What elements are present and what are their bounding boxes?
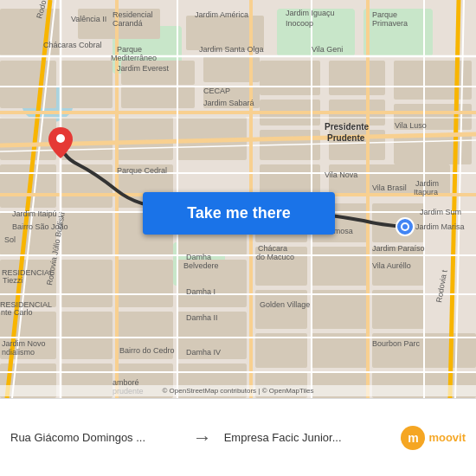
svg-text:Chácaras Cobral: Chácaras Cobral (43, 41, 102, 49)
svg-rect-31 (61, 212, 113, 255)
svg-rect-14 (329, 61, 385, 95)
svg-text:Jardim: Jardim (415, 179, 439, 188)
svg-text:Damha IV: Damha IV (186, 348, 221, 357)
svg-rect-55 (312, 247, 368, 286)
map-container: Rodovia Júlio Valência II Chácaras Cobra… (0, 0, 476, 398)
svg-text:Damha II: Damha II (186, 313, 218, 322)
moovit-logo: m moovit (401, 426, 466, 450)
svg-text:do Macuco: do Macuco (256, 253, 294, 261)
from-section: Rua Giácomo Domingos ... (10, 431, 181, 444)
svg-text:Bourbon Parc: Bourbon Parc (372, 339, 421, 348)
from-value: Rua Giácomo Domingos ... (10, 431, 181, 444)
svg-point-92 (56, 134, 65, 143)
map-attribution: © OpenStreetMap contributors | © OpenMap… (0, 385, 476, 396)
app: Rodovia Júlio Valência II Chácaras Cobra… (0, 0, 476, 476)
svg-text:Jardim Itaipú: Jardim Itaipú (12, 209, 57, 218)
svg-text:Vila Auréllo: Vila Auréllo (372, 261, 411, 270)
moovit-text: moovit (428, 431, 466, 444)
svg-text:Chácara: Chácara (258, 244, 287, 253)
svg-rect-38 (117, 117, 173, 160)
svg-text:Vila Geni: Vila Geni (312, 45, 343, 54)
svg-text:Parque: Parque (372, 10, 397, 19)
svg-text:Itapura: Itapura (414, 188, 438, 196)
svg-text:Tiezzi: Tiezzi (3, 276, 23, 285)
svg-text:Prudente: Prudente (327, 133, 365, 143)
svg-point-90 (402, 224, 408, 229)
svg-text:Jardim Sum: Jardim Sum (420, 208, 461, 216)
svg-rect-26 (0, 117, 56, 160)
svg-text:Jardim Paraíso: Jardim Paraíso (372, 244, 425, 253)
svg-rect-42 (117, 260, 173, 307)
arrow-icon: → (188, 427, 217, 449)
to-section: Empresa Facic Junior... (224, 431, 395, 444)
svg-rect-56 (312, 290, 368, 329)
svg-rect-12 (121, 87, 195, 108)
svg-text:Vila Brasil: Vila Brasil (372, 183, 407, 192)
bottom-bar: Rua Giácomo Domingos ... → Empresa Facic… (0, 398, 476, 476)
svg-text:Jardim Santa Olga: Jardim Santa Olga (199, 45, 264, 54)
svg-text:Primavera: Primavera (372, 19, 408, 28)
svg-text:Carandá: Carandá (113, 19, 143, 28)
svg-text:Jardim Marisa: Jardim Marisa (415, 222, 465, 231)
svg-text:ndialismo: ndialismo (2, 348, 35, 357)
moovit-icon: m (401, 426, 425, 450)
svg-text:nte Carlo: nte Carlo (1, 308, 33, 317)
svg-text:Jardim Iguaçu: Jardim Iguaçu (286, 9, 335, 17)
svg-text:Residencial: Residencial (113, 10, 153, 19)
svg-text:Bairro do Cedro: Bairro do Cedro (119, 346, 175, 355)
svg-rect-51 (255, 290, 307, 329)
svg-text:Mediterrâneo: Mediterrâneo (111, 54, 157, 62)
svg-text:Parque: Parque (117, 45, 142, 54)
svg-rect-15 (394, 61, 472, 100)
svg-text:Golden Village: Golden Village (260, 300, 310, 309)
svg-text:Sol: Sol (4, 235, 16, 244)
svg-text:Presidente: Presidente (325, 122, 370, 132)
svg-text:Belvedere: Belvedere (183, 261, 219, 270)
svg-text:Damha: Damha (186, 253, 211, 261)
svg-text:Parque Cedral: Parque Cedral (117, 166, 167, 175)
svg-text:Jardim Sabará: Jardim Sabará (203, 99, 254, 107)
svg-rect-25 (61, 61, 113, 108)
svg-text:Jardim Everest: Jardim Everest (117, 64, 170, 73)
take-me-there-button[interactable]: Take me there (143, 192, 335, 235)
to-value: Empresa Facic Junior... (224, 431, 395, 444)
svg-text:Damha I: Damha I (186, 287, 215, 296)
svg-text:Jardim Novo: Jardim Novo (2, 339, 46, 348)
svg-text:Inocoop: Inocoop (286, 19, 313, 28)
svg-rect-61 (372, 290, 424, 329)
svg-text:CECAP: CECAP (203, 87, 230, 95)
svg-text:Vila Nova: Vila Nova (325, 170, 357, 179)
svg-rect-33 (61, 260, 113, 307)
svg-text:Jardim América: Jardim América (195, 10, 248, 19)
svg-text:Valência II: Valência II (71, 15, 106, 23)
svg-rect-35 (61, 312, 113, 359)
svg-text:Vila Luso: Vila Luso (395, 121, 427, 130)
